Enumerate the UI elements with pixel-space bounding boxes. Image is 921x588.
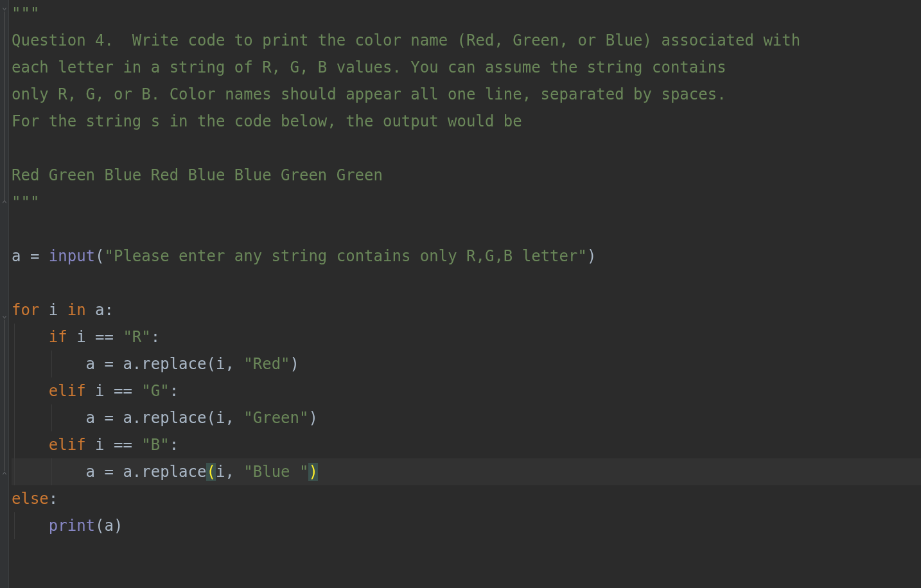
code-line[interactable]: Red Green Blue Red Blue Blue Green Green [12,162,921,189]
keyword: else [12,490,49,508]
colon: : [170,382,179,400]
code-line[interactable]: Question 4. Write code to print the colo… [12,27,921,54]
code-line[interactable]: else: [12,485,921,512]
code-line[interactable] [12,216,921,243]
code-area[interactable]: """ Question 4. Write code to print the … [9,0,921,588]
identifier: i [216,409,225,427]
code-line[interactable]: For the string s in the code below, the … [12,108,921,135]
identifier: a [86,409,95,427]
colon: : [105,301,114,319]
paren-close-matched: ) [308,463,317,481]
identifier: a [123,409,132,427]
identifier: a [123,355,132,373]
code-line[interactable]: elif i == "G": [12,377,921,404]
string-literal: "Green" [243,409,308,427]
identifier: i [216,355,225,373]
identifier: i [49,301,58,319]
code-line[interactable]: """ [12,0,921,27]
paren-close: ) [308,409,317,427]
keyword: elif [49,436,86,454]
string-literal: "G" [141,382,169,400]
operator: = [95,409,123,427]
code-line[interactable]: if i == "R": [12,324,921,350]
code-editor[interactable]: ⌄ ⌃ ⌄ ⌃ """ Question 4. Write code to pr… [0,0,921,588]
string-literal: "Red" [243,355,290,373]
string-literal: "R" [123,328,150,346]
fold-marker-down-icon[interactable]: ⌄ [1,3,8,10]
code-line[interactable]: each letter in a string of R, G, B value… [12,54,921,81]
method-call: replace [141,355,206,373]
code-line[interactable]: elif i == "B": [12,431,921,458]
comma: , [225,409,243,427]
identifier: i [95,382,104,400]
code-line-current[interactable]: a = a.replace(i, "Blue ") [12,458,921,485]
colon: : [151,328,160,346]
operator: = [95,463,123,481]
identifier: a [86,463,95,481]
identifier: i [76,328,85,346]
keyword: for [12,301,39,319]
colon: : [49,490,58,508]
paren-open-matched: ( [206,463,215,481]
code-line[interactable]: """ [12,189,921,216]
fold-line [4,12,4,202]
keyword: if [49,328,67,346]
identifier: a [105,517,114,535]
fold-marker-up-icon[interactable]: ⌃ [1,472,8,478]
keyword: elif [49,382,86,400]
paren-open: ( [95,517,104,535]
builtin-call: print [49,517,95,535]
docstring-text: only R, G, or B. Color names should appe… [12,85,726,103]
comma: , [225,463,243,481]
identifier: a [12,247,21,265]
identifier: a [123,463,132,481]
code-line[interactable]: a = input("Please enter any string conta… [12,243,921,270]
keyword: in [67,301,86,319]
paren-open: ( [206,409,215,427]
operator: == [86,328,123,346]
string-literal: "Blue " [243,463,308,481]
identifier: i [216,463,225,481]
docstring-open: """ [12,4,39,22]
method-call: replace [141,409,206,427]
operator: = [95,355,123,373]
code-line[interactable] [12,270,921,297]
operator: = [21,247,48,265]
operator: == [105,382,142,400]
code-line[interactable]: a = a.replace(i, "Green") [12,404,921,431]
docstring-text: Red Green Blue Red Blue Blue Green Green [12,166,383,184]
fold-line [4,320,4,471]
code-line[interactable]: for i in a: [12,297,921,324]
paren-open: ( [95,247,104,265]
docstring-text: each letter in a string of R, G, B value… [12,58,726,76]
dot: . [132,463,141,481]
code-line[interactable]: a = a.replace(i, "Red") [12,350,921,377]
paren-close: ) [114,517,123,535]
code-line[interactable]: only R, G, or B. Color names should appe… [12,81,921,108]
method-call: replace [141,463,206,481]
dot: . [132,355,141,373]
fold-marker-up-icon[interactable]: ⌃ [1,200,8,207]
string-literal: "Please enter any string contains only R… [105,247,587,265]
code-line[interactable] [12,135,921,162]
docstring-close: """ [12,193,39,211]
docstring-text: For the string s in the code below, the … [12,112,522,130]
identifier: a [86,355,95,373]
paren-open: ( [206,355,215,373]
code-line[interactable] [12,539,921,566]
paren-close: ) [587,247,596,265]
operator: == [105,436,142,454]
identifier: a [95,301,104,319]
fold-marker-down-icon[interactable]: ⌄ [1,311,8,318]
colon: : [170,436,179,454]
paren-close: ) [290,355,299,373]
builtin-call: input [49,247,95,265]
identifier: i [95,436,104,454]
dot: . [132,409,141,427]
docstring-text: Question 4. Write code to print the colo… [12,31,800,49]
gutter: ⌄ ⌃ ⌄ ⌃ [0,0,9,588]
string-literal: "B" [141,436,169,454]
code-line[interactable]: print(a) [12,512,921,539]
comma: , [225,355,243,373]
